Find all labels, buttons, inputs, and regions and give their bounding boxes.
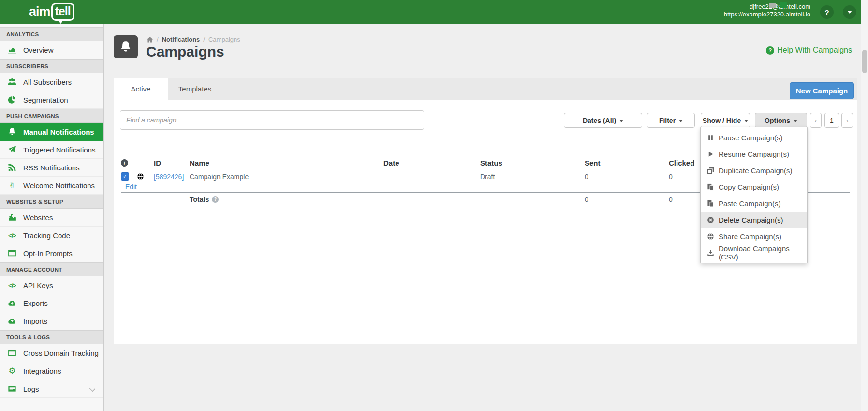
sidebar-item-segmentation[interactable]: Segmentation [0, 91, 103, 109]
sidebar: ANALYTICS Overview SUBSCRIBERS All Subsc… [0, 24, 104, 411]
question-icon: ? [824, 8, 829, 16]
menu-item-share[interactable]: Share Campaign(s) [701, 228, 807, 244]
caret-down-icon [847, 11, 852, 14]
pagination-page-number[interactable]: 1 [824, 113, 839, 128]
sidebar-item-integrations[interactable]: ⚙ Integrations [0, 362, 103, 380]
sidebar-item-welcome-notifications[interactable]: ✌ Welcome Notifications [0, 177, 103, 195]
sidebar-item-imports[interactable]: Imports [0, 312, 103, 330]
home-icon[interactable] [147, 36, 153, 43]
gear-icon: ⚙ [7, 366, 17, 376]
sidebar-item-triggered-notifications[interactable]: Triggered Notifications [0, 141, 103, 159]
sidebar-item-exports[interactable]: Exports [0, 294, 103, 312]
menu-item-duplicate[interactable]: Duplicate Campaign(s) [701, 162, 807, 179]
sidebar-item-api-keys[interactable]: </> API Keys [0, 276, 103, 294]
aimtell-logo[interactable]: aim tell [29, 3, 74, 21]
paper-plane-icon [7, 145, 17, 154]
top-bar: aim tell djfree22@aimtell.com https://ex… [0, 0, 868, 24]
pagination-prev-button[interactable]: ‹ [810, 113, 822, 128]
options-dropdown-menu: Pause Campaign(s) Resume Campaign(s) Dup… [700, 127, 808, 263]
sidebar-section-push-campaigns: PUSH CAMPAIGNS [0, 109, 103, 123]
sidebar-section-subscribers: SUBSCRIBERS [0, 59, 103, 73]
sidebar-item-rss-notifications[interactable]: RSS Notifications [0, 159, 103, 177]
rss-icon [7, 163, 17, 172]
bell-icon [7, 127, 17, 136]
menu-item-copy[interactable]: Copy Campaign(s) [701, 179, 807, 195]
browser-window-icon [7, 249, 17, 258]
sidebar-section-analytics: ANALYTICS [0, 27, 103, 41]
sidebar-item-all-subscribers[interactable]: All Subscribers [0, 73, 103, 91]
sidebar-item-manual-notifications[interactable]: Manual Notifications [0, 123, 103, 141]
question-circle-icon: ? [212, 196, 219, 203]
users-icon [7, 77, 17, 86]
sidebar-item-tracking-code[interactable]: </> Tracking Code [0, 227, 103, 244]
pause-icon [706, 134, 715, 141]
column-header-id: ID [154, 159, 190, 167]
column-header-status: Status [480, 159, 585, 167]
menu-item-download-csv[interactable]: Download Campaigns (CSV) [701, 244, 807, 261]
campaign-status: Draft [480, 173, 585, 181]
totals-label: Totals [190, 196, 209, 203]
logs-icon [7, 384, 17, 393]
logo-text-aim: aim [29, 4, 50, 19]
clipboard-icon [706, 183, 715, 191]
campaigns-panel: Active Templates New Campaign Dates (All… [114, 78, 857, 344]
filter-button[interactable]: Filter [647, 113, 695, 128]
sidebar-item-opt-in-prompts[interactable]: Opt-In Prompts [0, 244, 103, 262]
campaign-id-link[interactable]: [5892426] [154, 173, 184, 181]
show-hide-button[interactable]: Show / Hide [701, 113, 750, 128]
breadcrumb-notifications[interactable]: Notifications [162, 36, 200, 43]
menu-item-paste[interactable]: Paste Campaign(s) [701, 195, 807, 212]
edit-link[interactable]: Edit [125, 183, 137, 191]
search-input[interactable] [120, 110, 424, 130]
code-icon: </> [7, 232, 17, 239]
caret-down-icon [619, 120, 623, 122]
breadcrumb-campaigns: Campaigns [208, 36, 240, 43]
account-url: https://example27320.aimtell.io [724, 11, 810, 18]
scrollbar-thumb[interactable] [862, 50, 867, 73]
pagination-next-button[interactable]: › [841, 113, 853, 128]
column-header-sent: Sent [585, 159, 669, 167]
sidebar-item-overview[interactable]: Overview [0, 41, 103, 59]
area-chart-icon [7, 46, 17, 54]
peace-hand-icon: ✌ [7, 181, 17, 191]
cloud-download-icon [7, 299, 17, 307]
sidebar-section-manage-account: MANAGE ACCOUNT [0, 262, 103, 276]
sidebar-section-websites-setup: WEBSITES & SETUP [0, 195, 103, 209]
info-icon: i [121, 159, 128, 167]
options-button[interactable]: Options [755, 113, 807, 128]
share-globe-icon [706, 233, 715, 240]
account-info: djfree22@aimtell.com https://example2732… [724, 3, 810, 18]
redaction-block [769, 3, 776, 8]
column-header-date: Date [383, 159, 480, 167]
browser-window-icon [7, 349, 17, 357]
tab-templates[interactable]: Templates [168, 78, 222, 100]
globe-icon [137, 173, 144, 180]
caret-down-icon [794, 120, 797, 122]
sidebar-item-websites[interactable]: Websites [0, 209, 103, 227]
help-button[interactable]: ? [820, 5, 834, 19]
chevron-down-icon [89, 386, 96, 392]
dates-filter-button[interactable]: Dates (All) [564, 113, 642, 128]
page-icon-bell-card [114, 35, 138, 58]
menu-item-delete[interactable]: Delete Campaign(s) [701, 212, 807, 228]
campaign-sent: 0 [585, 173, 669, 181]
logo-bubble: tell [51, 3, 74, 21]
sidebar-item-cross-domain-tracking[interactable]: Cross Domain Tracking [0, 344, 103, 362]
row-checkbox-checked[interactable] [121, 172, 129, 181]
breadcrumb: / Notifications / Campaigns [147, 36, 240, 43]
menu-item-resume[interactable]: Resume Campaign(s) [701, 146, 807, 162]
sidebar-item-logs[interactable]: Logs [0, 380, 103, 398]
play-icon [706, 151, 715, 158]
campaign-name: Campaign Example [190, 173, 383, 181]
account-menu-button[interactable] [843, 5, 856, 19]
menu-item-pause[interactable]: Pause Campaign(s) [701, 129, 807, 146]
sidebar-section-tools-logs: TOOLS & LOGS [0, 330, 103, 344]
tab-active[interactable]: Active [114, 78, 168, 100]
clone-icon [706, 167, 715, 174]
pie-chart-icon [7, 95, 17, 104]
new-campaign-button[interactable]: New Campaign [790, 82, 854, 99]
caret-down-icon [679, 120, 683, 122]
page-scrollbar[interactable] [861, 0, 868, 411]
logo-speech-tail [56, 19, 62, 24]
help-with-campaigns-link[interactable]: ? Help With Campaigns [766, 46, 852, 55]
